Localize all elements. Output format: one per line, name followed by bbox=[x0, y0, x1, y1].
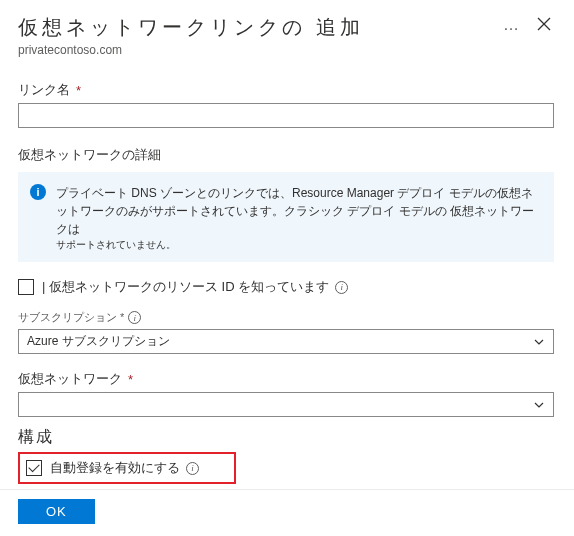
page-title: 仮想ネットワークリンクの 追加 bbox=[18, 14, 503, 41]
required-indicator: * bbox=[128, 372, 133, 387]
link-name-label: リンク名 bbox=[18, 81, 70, 99]
ok-button[interactable]: OK bbox=[18, 499, 95, 524]
more-menu-button[interactable]: … bbox=[503, 14, 520, 36]
link-name-input[interactable] bbox=[18, 103, 554, 128]
vnet-details-heading: 仮想ネットワークの詳細 bbox=[18, 146, 556, 164]
subscription-label: サブスクリプション * bbox=[18, 310, 124, 325]
know-resource-id-checkbox[interactable] bbox=[18, 279, 34, 295]
close-icon bbox=[536, 16, 552, 32]
info-icon: i bbox=[30, 184, 46, 200]
auto-register-highlight: 自動登録を有効にする i bbox=[18, 452, 236, 484]
know-resource-id-label: | 仮想ネットワークのリソース ID を知っています bbox=[42, 278, 329, 296]
info-text-main: プライベート DNS ゾーンとのリンクでは、Resource Manager デ… bbox=[56, 184, 542, 238]
auto-register-checkbox[interactable] bbox=[26, 460, 42, 476]
page-subtitle: privatecontoso.com bbox=[18, 43, 556, 57]
auto-register-help-icon[interactable]: i bbox=[186, 462, 199, 475]
config-heading: 構成 bbox=[18, 427, 556, 448]
subscription-selected-value: Azure サブスクリプション bbox=[27, 333, 170, 350]
vnet-select[interactable] bbox=[18, 392, 554, 417]
know-resource-id-help-icon[interactable]: i bbox=[335, 281, 348, 294]
auto-register-label: 自動登録を有効にする bbox=[50, 459, 180, 477]
vnet-label: 仮想ネットワーク bbox=[18, 370, 122, 388]
subscription-select[interactable]: Azure サブスクリプション bbox=[18, 329, 554, 354]
chevron-down-icon bbox=[533, 336, 545, 348]
chevron-down-icon bbox=[533, 399, 545, 411]
info-text-sub: サポートされていません。 bbox=[56, 238, 542, 252]
close-button[interactable] bbox=[532, 14, 556, 34]
vnet-info-banner: i プライベート DNS ゾーンとのリンクでは、Resource Manager… bbox=[18, 172, 554, 262]
footer-bar: OK bbox=[0, 489, 574, 536]
subscription-help-icon[interactable]: i bbox=[128, 311, 141, 324]
required-indicator: * bbox=[76, 83, 81, 98]
